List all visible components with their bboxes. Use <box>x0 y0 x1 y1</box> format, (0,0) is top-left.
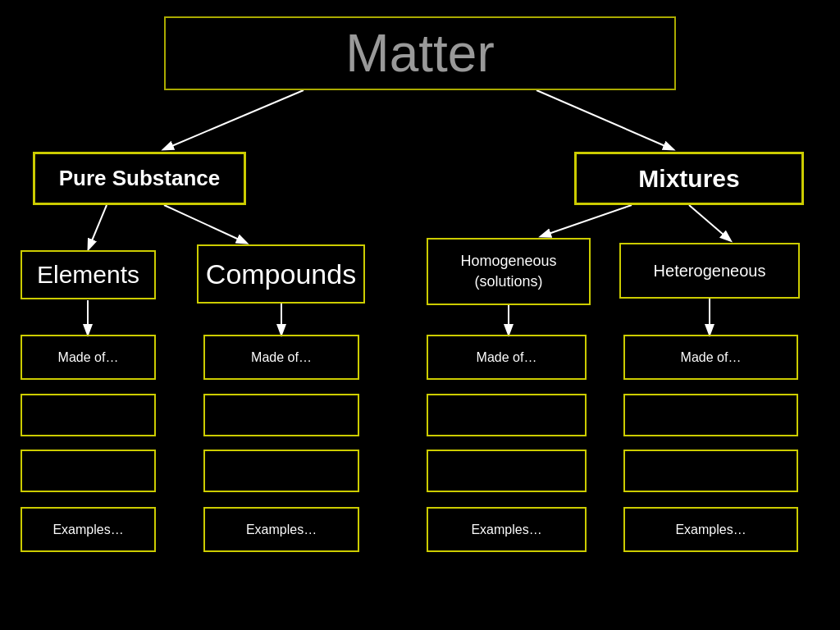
homogeneous-box: Homogeneous(solutions) <box>427 238 591 305</box>
heterogeneous-label: Heterogeneous <box>654 262 766 281</box>
examples-homogeneous-text: Examples… <box>471 523 541 537</box>
examples-heterogeneous-box: Examples… <box>623 507 798 552</box>
empty-box-2-heterogeneous <box>623 450 798 492</box>
examples-compounds-text: Examples… <box>246 523 317 537</box>
svg-line-0 <box>164 90 304 149</box>
matter-box: Matter <box>164 16 676 90</box>
pure-substance-label: Pure Substance <box>59 166 221 191</box>
elements-label: Elements <box>37 261 139 289</box>
examples-compounds-box: Examples… <box>203 507 359 552</box>
svg-line-2 <box>89 205 107 249</box>
diagram: Matter Pure Substance Mixtures Elements … <box>0 0 840 630</box>
examples-elements-box: Examples… <box>21 507 156 552</box>
mixtures-box: Mixtures <box>574 152 804 205</box>
made-of-compounds-box: Made of… <box>203 335 359 380</box>
empty-box-2-elements <box>21 450 156 492</box>
svg-line-3 <box>164 205 246 243</box>
empty-box-2-compounds <box>203 450 359 492</box>
examples-homogeneous-box: Examples… <box>427 507 587 552</box>
elements-box: Elements <box>21 250 156 299</box>
made-of-homogeneous-box: Made of… <box>427 335 587 380</box>
heterogeneous-box: Heterogeneous <box>619 243 800 299</box>
made-of-heterogeneous-box: Made of… <box>623 335 798 380</box>
made-of-homogeneous-text: Made of… <box>477 350 537 365</box>
empty-box-2-homogeneous <box>427 450 587 492</box>
svg-line-1 <box>536 90 673 149</box>
svg-line-4 <box>541 205 632 236</box>
made-of-compounds-text: Made of… <box>251 350 312 365</box>
empty-box-1-homogeneous <box>427 394 587 436</box>
made-of-elements-text: Made of… <box>58 350 119 365</box>
empty-box-1-compounds <box>203 394 359 436</box>
compounds-box: Compounds <box>197 244 365 304</box>
made-of-elements-box: Made of… <box>21 335 156 380</box>
empty-box-1-heterogeneous <box>623 394 798 436</box>
made-of-heterogeneous-text: Made of… <box>681 350 742 365</box>
mixtures-label: Mixtures <box>638 165 739 193</box>
matter-title: Matter <box>345 23 494 84</box>
empty-box-1-elements <box>21 394 156 436</box>
examples-heterogeneous-text: Examples… <box>675 523 746 537</box>
examples-elements-text: Examples… <box>52 523 123 537</box>
compounds-label: Compounds <box>206 258 356 290</box>
pure-substance-box: Pure Substance <box>33 152 246 205</box>
homogeneous-label: Homogeneous(solutions) <box>460 251 556 292</box>
svg-line-5 <box>689 205 730 240</box>
